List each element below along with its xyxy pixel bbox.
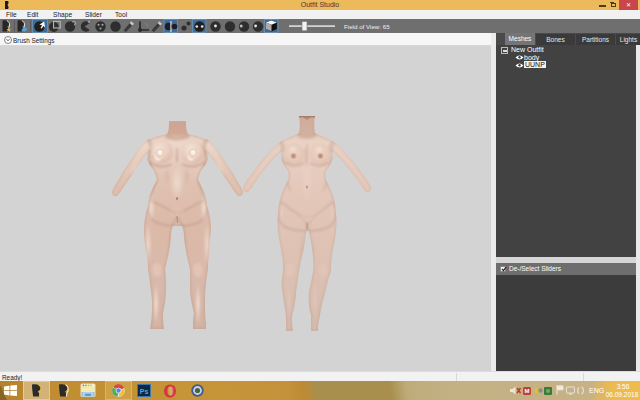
svg-text:Field of View: 65: Field of View: 65 bbox=[344, 23, 390, 30]
